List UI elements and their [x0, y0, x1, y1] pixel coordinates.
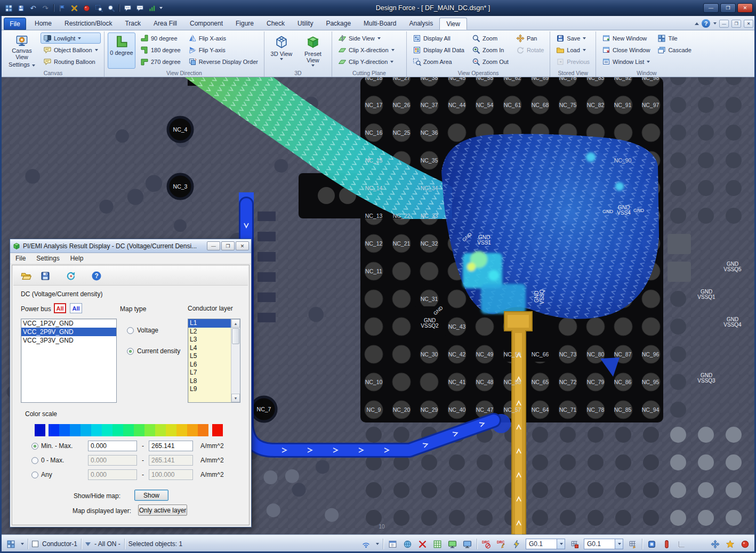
map-type-voltage-option[interactable]: Voltage: [127, 327, 158, 334]
previous-view-button[interactable]: Previous: [553, 56, 592, 67]
show-map-button[interactable]: Show: [134, 490, 168, 501]
redo-icon[interactable]: ↷: [40, 3, 51, 13]
object-balloon-button[interactable]: Object Balloon: [41, 44, 101, 55]
any-max-input[interactable]: [149, 469, 193, 480]
min-value-input[interactable]: [88, 441, 137, 451]
3d-view-button[interactable]: 3D View: [268, 32, 295, 69]
grid-settings-icon[interactable]: [569, 539, 580, 550]
scroll-up-icon[interactable]: ▲: [231, 319, 240, 328]
load-view-button[interactable]: Load: [553, 44, 592, 55]
power-bus-all-off-button[interactable]: All: [70, 303, 82, 313]
tab-multi-board[interactable]: Multi-Board: [357, 18, 403, 30]
mesh-icon[interactable]: [432, 539, 443, 550]
zoom-icon[interactable]: [106, 3, 116, 13]
pan-tool-icon[interactable]: [710, 539, 721, 550]
world-view-icon[interactable]: [402, 539, 413, 550]
tab-check[interactable]: Check: [260, 18, 291, 30]
tab-file[interactable]: File: [4, 18, 26, 30]
close-window-button[interactable]: Close Window: [599, 44, 653, 55]
message-icon[interactable]: [134, 3, 145, 13]
voltage-radio[interactable]: [127, 327, 134, 334]
chevron-down-icon[interactable]: [21, 543, 24, 545]
layer-list-scrollbar[interactable]: ▲ ▼: [231, 319, 240, 402]
tab-track[interactable]: Track: [118, 18, 147, 30]
current-density-radio[interactable]: [127, 348, 134, 355]
conductor-layer-item[interactable]: L6: [188, 361, 231, 369]
tab-area-fill[interactable]: Area Fill: [147, 18, 183, 30]
drc-off-icon[interactable]: [481, 539, 492, 550]
sheet-icon[interactable]: [387, 539, 398, 550]
zoom-in-button[interactable]: Zoom In: [469, 44, 511, 55]
undo-icon[interactable]: ↶: [28, 3, 38, 13]
power-bus-item[interactable]: VCC_2P9V_GND: [21, 328, 116, 336]
cut-icon[interactable]: [417, 539, 428, 550]
zero-max-radio[interactable]: [31, 457, 38, 464]
map-type-current-density-option[interactable]: Current density: [127, 347, 180, 355]
canvas-view-settings-button[interactable]: Canvas View Settings: [5, 32, 38, 69]
power-bus-list[interactable]: VCC_1P2V_GNDVCC_2P9V_GNDVCC_3P3V_GND: [21, 319, 117, 403]
power-bus-item[interactable]: VCC_1P2V_GND: [21, 319, 116, 328]
display-all-button[interactable]: Display All: [410, 32, 467, 44]
document-minimize-button[interactable]: —: [719, 20, 729, 28]
conductor-layer-item[interactable]: L5: [188, 352, 231, 361]
record-indicator-icon[interactable]: [739, 539, 751, 550]
scrollbar-thumb[interactable]: [232, 328, 239, 344]
max-value-input[interactable]: [149, 441, 193, 451]
save-view-button[interactable]: Save: [553, 32, 592, 44]
conductor-layer-item[interactable]: L3: [188, 336, 231, 344]
chevron-down-icon[interactable]: [615, 539, 623, 549]
layer-visibility-status[interactable]: - All ON -: [94, 540, 120, 548]
conductor-layer-item[interactable]: L1: [188, 319, 231, 328]
display-filter-icon[interactable]: [85, 542, 91, 546]
conductor-layer-item[interactable]: L2: [188, 328, 231, 336]
cascade-button[interactable]: Cascade: [655, 44, 694, 55]
rotate-0-degree-button[interactable]: 0 degree: [108, 32, 135, 69]
comment-icon[interactable]: [122, 3, 133, 13]
offset-grid-select[interactable]: G0.1: [584, 539, 623, 549]
chevron-down-icon[interactable]: [557, 539, 565, 549]
tile-button[interactable]: Tile: [655, 32, 694, 44]
collapse-ribbon-icon[interactable]: [695, 22, 699, 25]
tab-analysis[interactable]: Analysis: [403, 18, 439, 30]
close-button[interactable]: ✕: [737, 3, 753, 13]
status-view-menu-button[interactable]: [5, 539, 17, 550]
routing-balloon-button[interactable]: Routing Balloon: [41, 56, 101, 67]
pan-button[interactable]: Pan: [513, 32, 546, 44]
tab-restriction-block[interactable]: Restriction/Block: [58, 18, 118, 30]
grid-edit-icon[interactable]: [627, 539, 638, 550]
min-max-radio[interactable]: [31, 443, 38, 450]
window-list-button[interactable]: Window List: [599, 56, 653, 67]
favorite-tool-icon[interactable]: [725, 539, 736, 550]
active-layer-name[interactable]: Conductor-1: [42, 540, 77, 548]
clip-y-direction-button[interactable]: Clip Y-direction: [335, 56, 397, 67]
display-green-icon[interactable]: [447, 539, 458, 550]
display-all-data-button[interactable]: Display All Data: [410, 44, 467, 55]
record-icon[interactable]: [81, 3, 92, 13]
only-active-layer-button[interactable]: Only active layer: [138, 505, 187, 516]
snap-mode-icon[interactable]: [646, 539, 657, 550]
tab-home[interactable]: Home: [28, 18, 58, 30]
conductor-layer-item[interactable]: L7: [188, 369, 231, 377]
power-bus-all-on-button[interactable]: All: [54, 303, 66, 313]
rotate-180-degree-button[interactable]: 180 degree: [138, 44, 183, 55]
help-icon[interactable]: ?: [702, 19, 710, 28]
document-close-button[interactable]: ✕: [744, 20, 753, 28]
tab-component[interactable]: Component: [183, 18, 229, 30]
zoom-area-button[interactable]: Zoom Area: [410, 56, 467, 67]
preset-view-button[interactable]: Preset View: [297, 32, 328, 69]
tab-utility[interactable]: Utility: [291, 18, 319, 30]
chevron-down-icon[interactable]: [376, 543, 379, 545]
tab-view[interactable]: View: [439, 18, 467, 30]
zoom-button[interactable]: Zoom: [469, 32, 511, 44]
document-restore-button[interactable]: ❐: [731, 20, 741, 28]
scroll-down-icon[interactable]: ▼: [231, 394, 240, 402]
maximize-button[interactable]: ❐: [720, 3, 736, 13]
realtime-check-icon[interactable]: [511, 539, 522, 550]
save-icon[interactable]: [15, 3, 26, 13]
new-window-button[interactable]: New Window: [599, 32, 653, 44]
clip-x-direction-button[interactable]: Clip X-direction: [335, 44, 397, 55]
reverse-display-order-button[interactable]: Reverse Display Order: [186, 56, 261, 67]
grid-pitch-select[interactable]: G0.1: [526, 539, 565, 549]
conductor-layer-item[interactable]: L4: [188, 344, 231, 353]
drc-edit-icon[interactable]: [496, 539, 507, 550]
